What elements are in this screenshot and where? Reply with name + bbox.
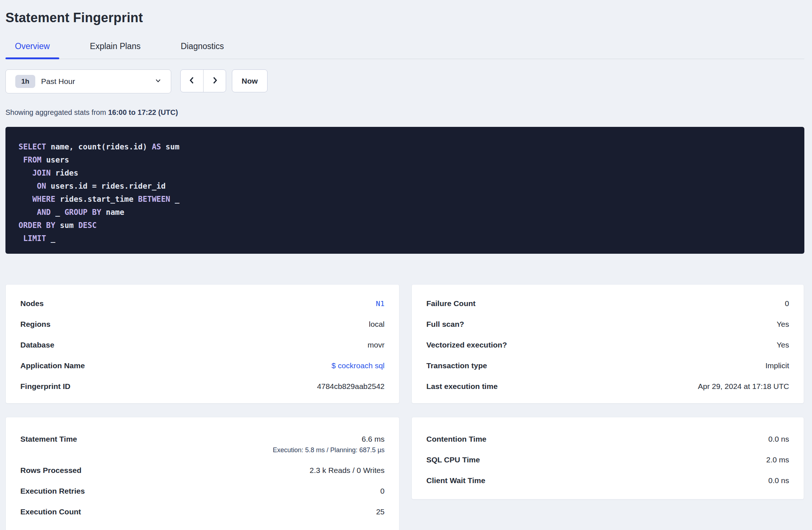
card-row: SQL CPU Time2.0 ms — [426, 455, 789, 464]
sql-text: sum — [161, 142, 180, 151]
time-range-dropdown[interactable]: 1h Past Hour — [5, 69, 171, 93]
row-value: movr — [367, 341, 385, 349]
row-label: Execution Count — [20, 507, 81, 516]
row-value: 4784cb829aab2542 — [317, 382, 385, 390]
sql-text — [19, 234, 23, 243]
sql-text: rides.start_time — [55, 195, 138, 204]
sql-text: _ — [51, 208, 65, 217]
sql-line: WHERE rides.start_time BETWEEN _ — [19, 193, 791, 206]
row-value-wrap: 2.0 ms — [766, 455, 789, 464]
row-label: Last execution time — [426, 382, 498, 391]
row-label: Full scan? — [426, 320, 464, 329]
row-value: Apr 29, 2024 at 17:18 UTC — [698, 382, 789, 390]
card-row: Failure Count0 — [426, 299, 789, 308]
card-row: Full scan?Yes — [426, 320, 789, 329]
tab-bar: Overview Explain Plans Diagnostics — [5, 41, 804, 59]
page-title: Statement Fingerprint — [5, 10, 804, 25]
sql-keyword: SELECT — [19, 142, 46, 151]
row-label: Application Name — [20, 361, 85, 370]
row-label: Contention Time — [426, 435, 486, 443]
statement-timing-card: Statement Time6.6 msExecution: 5.8 ms / … — [5, 417, 399, 530]
row-value-wrap: 2.3 k Reads / 0 Writes — [310, 466, 385, 475]
row-label: SQL CPU Time — [426, 455, 480, 464]
previous-interval-button[interactable] — [181, 70, 203, 92]
card-row: Client Wait Time0.0 ns — [426, 476, 789, 485]
next-interval-button[interactable] — [203, 70, 226, 92]
sql-statement-box: SELECT name, count(rides.id) AS sum FROM… — [5, 127, 804, 254]
now-button[interactable]: Now — [232, 69, 268, 92]
row-value-link[interactable]: $ cockroach sql — [331, 361, 385, 370]
row-label: Failure Count — [426, 299, 475, 308]
wait-timing-card: Contention Time0.0 nsSQL CPU Time2.0 msC… — [411, 417, 804, 499]
row-value-wrap: Implicit — [765, 361, 789, 370]
row-value-wrap: Yes — [777, 320, 789, 329]
sql-text — [19, 182, 37, 190]
row-value: 0 — [785, 299, 789, 308]
row-value-wrap: 6.6 msExecution: 5.8 ms / Planning: 687.… — [273, 435, 385, 454]
sql-text: name — [101, 208, 124, 217]
row-value-wrap: movr — [367, 341, 385, 349]
sql-line: JOIN rides — [19, 166, 791, 180]
sql-keyword: DESC — [78, 221, 97, 230]
time-step-buttons — [180, 69, 226, 92]
sql-text: _ — [170, 195, 179, 204]
row-value-wrap: 0 — [380, 487, 385, 495]
row-value-wrap: Yes — [777, 341, 789, 349]
row-label: Nodes — [20, 299, 44, 308]
row-value: Implicit — [765, 361, 789, 370]
tab-overview[interactable]: Overview — [5, 41, 59, 59]
stats-line-range: 16:00 to 17:22 (UTC) — [108, 108, 178, 116]
row-value-wrap: 0.0 ns — [768, 476, 789, 485]
sql-keyword: LIMIT — [23, 234, 46, 243]
row-value: 2.0 ms — [766, 455, 789, 464]
row-value: 0.0 ns — [768, 476, 789, 485]
sql-text — [19, 156, 23, 164]
row-value-wrap: 0.0 ns — [768, 435, 789, 443]
sql-keyword: JOIN — [32, 169, 51, 177]
sql-text: name, count(rides.id) — [46, 142, 152, 151]
row-value-wrap: 0 — [785, 299, 789, 308]
card-row: Contention Time0.0 ns — [426, 435, 789, 443]
sql-keyword: BETWEEN — [138, 195, 170, 204]
card-row: NodesN1 — [20, 299, 385, 308]
chevron-right-icon — [210, 76, 219, 86]
card-row: Statement Time6.6 msExecution: 5.8 ms / … — [20, 435, 385, 454]
card-row: Application Name$ cockroach sql — [20, 361, 385, 370]
sql-text: users — [41, 156, 69, 164]
sql-line: ORDER BY sum DESC — [19, 219, 791, 232]
sql-text: rides — [51, 169, 79, 177]
sql-line: ON users.id = rides.rider_id — [19, 180, 791, 193]
row-label: Database — [20, 341, 54, 349]
card-row: Transaction typeImplicit — [426, 361, 789, 370]
chevron-left-icon — [188, 76, 196, 86]
sql-text: _ — [46, 234, 55, 243]
sql-keyword: WHERE — [32, 195, 55, 204]
row-label: Fingerprint ID — [20, 382, 71, 391]
row-value-link[interactable]: N1 — [376, 299, 385, 308]
time-range-badge: 1h — [15, 75, 35, 88]
card-row: Last execution timeApr 29, 2024 at 17:18… — [426, 382, 789, 391]
execution-attributes-card: Failure Count0Full scan?YesVectorized ex… — [411, 284, 804, 403]
tab-diagnostics[interactable]: Diagnostics — [171, 41, 233, 59]
row-value: local — [369, 320, 385, 328]
sql-keyword: FROM — [23, 156, 42, 164]
card-row: Fingerprint ID4784cb829aab2542 — [20, 382, 385, 391]
row-label: Statement Time — [20, 435, 77, 443]
sql-line: LIMIT _ — [19, 232, 791, 245]
sql-keyword: AS — [152, 142, 161, 151]
sql-text: users.id = rides.rider_id — [46, 182, 166, 190]
sql-line: AND _ GROUP BY name — [19, 206, 791, 219]
tab-explain-plans[interactable]: Explain Plans — [80, 41, 150, 59]
chevron-down-icon — [154, 77, 162, 86]
sql-text: sum — [55, 221, 78, 230]
timing-cards-row: Statement Time6.6 msExecution: 5.8 ms / … — [5, 417, 804, 530]
sql-line: SELECT name, count(rides.id) AS sum — [19, 140, 791, 153]
card-row: Databasemovr — [20, 341, 385, 349]
sql-text — [19, 169, 32, 177]
row-label: Client Wait Time — [426, 476, 485, 485]
statement-details-card: NodesN1RegionslocalDatabasemovrApplicati… — [5, 284, 399, 403]
card-row: Execution Retries0 — [20, 487, 385, 495]
row-value: 6.6 ms — [362, 435, 385, 443]
row-value-wrap: Apr 29, 2024 at 17:18 UTC — [698, 382, 789, 391]
sql-keyword: AND — [37, 208, 51, 217]
